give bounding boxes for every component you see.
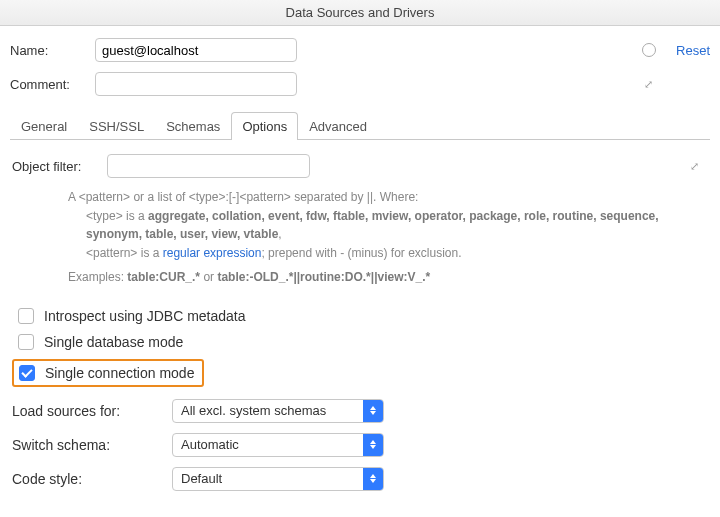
help-example1: table:CUR_.* xyxy=(127,270,200,284)
help-type-list: aggregate, collation, event, fdw, ftable… xyxy=(86,209,659,242)
clear-icon[interactable] xyxy=(642,43,656,57)
tab-options[interactable]: Options xyxy=(231,112,298,140)
switch-schema-value: Automatic xyxy=(181,437,363,452)
window-title: Data Sources and Drivers xyxy=(0,0,720,26)
introspect-label: Introspect using JDBC metadata xyxy=(44,308,246,324)
help-or: or xyxy=(200,270,217,284)
tab-advanced[interactable]: Advanced xyxy=(298,112,378,140)
help-examples-label: Examples: xyxy=(68,270,127,284)
comment-input-wrap: ⤢ xyxy=(95,72,662,96)
name-label: Name: xyxy=(10,43,95,58)
single-conn-checkbox[interactable] xyxy=(19,365,35,381)
name-input-wrap xyxy=(95,38,662,62)
expand-icon[interactable]: ⤢ xyxy=(690,160,702,172)
code-style-value: Default xyxy=(181,471,363,486)
object-filter-input[interactable] xyxy=(107,154,310,178)
comment-input[interactable] xyxy=(95,72,297,96)
load-sources-select[interactable]: All excl. system schemas xyxy=(172,399,384,423)
comment-label: Comment: xyxy=(10,77,95,92)
single-db-row[interactable]: Single database mode xyxy=(12,329,708,355)
chevron-updown-icon xyxy=(363,434,383,456)
single-db-label: Single database mode xyxy=(44,334,183,350)
object-filter-label: Object filter: xyxy=(12,159,107,174)
code-style-select[interactable]: Default xyxy=(172,467,384,491)
help-pattern-suffix: ; prepend with - (minus) for exclusion. xyxy=(261,246,461,260)
reset-link[interactable]: Reset xyxy=(676,43,710,58)
chevron-updown-icon xyxy=(363,400,383,422)
regex-link[interactable]: regular expression xyxy=(163,246,262,260)
help-example2: table:-OLD_.*||routine:DO.*||view:V_.* xyxy=(217,270,430,284)
name-input[interactable] xyxy=(95,38,297,62)
object-filter-help: A <pattern> or a list of <type>:[-]<patt… xyxy=(68,188,708,287)
load-sources-value: All excl. system schemas xyxy=(181,403,363,418)
chevron-updown-icon xyxy=(363,468,383,490)
help-type-prefix: <type> is a xyxy=(86,209,148,223)
tab-schemas[interactable]: Schemas xyxy=(155,112,231,140)
checkbox-block: Introspect using JDBC metadata Single da… xyxy=(12,303,708,389)
help-pattern-prefix: <pattern> is a xyxy=(86,246,163,260)
tab-sshssl[interactable]: SSH/SSL xyxy=(78,112,155,140)
introspect-row[interactable]: Introspect using JDBC metadata xyxy=(12,303,708,329)
tab-general[interactable]: General xyxy=(10,112,78,140)
object-filter-wrap: ⤢ xyxy=(107,154,708,178)
switch-schema-select[interactable]: Automatic xyxy=(172,433,384,457)
load-sources-label: Load sources for: xyxy=(12,403,172,419)
options-panel: Object filter: ⤢ A <pattern> or a list o… xyxy=(0,140,720,501)
header-form: Name: Reset Comment: ⤢ xyxy=(0,26,720,112)
single-conn-label: Single connection mode xyxy=(45,365,194,381)
single-conn-highlight: Single connection mode xyxy=(12,359,204,387)
tabbar: General SSH/SSL Schemas Options Advanced xyxy=(10,112,710,140)
expand-icon[interactable]: ⤢ xyxy=(644,78,656,90)
help-line1: A <pattern> or a list of <type>:[-]<patt… xyxy=(68,188,708,207)
introspect-checkbox[interactable] xyxy=(18,308,34,324)
switch-schema-label: Switch schema: xyxy=(12,437,172,453)
single-db-checkbox[interactable] xyxy=(18,334,34,350)
code-style-label: Code style: xyxy=(12,471,172,487)
